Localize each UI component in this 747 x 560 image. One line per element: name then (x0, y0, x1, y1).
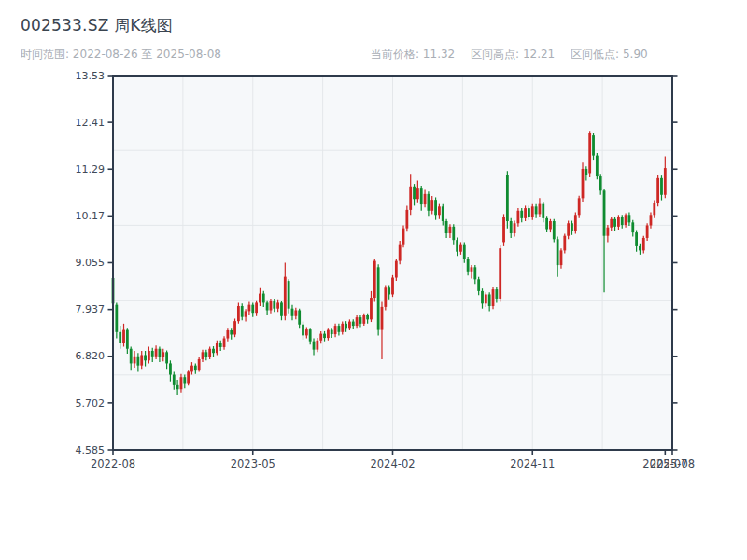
candle-body (520, 211, 523, 218)
candle-body (477, 279, 480, 291)
candle-body (259, 294, 261, 303)
candle-body (399, 245, 402, 261)
candle-body (560, 250, 563, 265)
y-axis-label: 10.17 (76, 210, 106, 222)
candle-body (245, 311, 247, 316)
y-axis-label: 6.820 (76, 350, 106, 362)
candle-body (291, 309, 294, 316)
candle-body (492, 289, 495, 306)
candle (553, 219, 556, 243)
candle-body (122, 330, 125, 343)
candle-body (599, 176, 602, 190)
candle-body (144, 355, 147, 360)
candle-body (115, 305, 118, 332)
candle-body (331, 330, 333, 334)
candle-body (309, 329, 312, 342)
candle-body (660, 178, 663, 195)
candle-body (345, 324, 347, 328)
candle-body (140, 355, 143, 365)
x-axis-label: 2024-11 (510, 457, 555, 470)
candle-body (327, 330, 330, 339)
candle-body (514, 223, 516, 233)
candle-body (542, 204, 544, 218)
candle (596, 153, 599, 179)
candle (502, 214, 505, 246)
candle-body (416, 188, 419, 199)
candle (492, 287, 495, 309)
candle-body (202, 352, 204, 359)
candle-body (438, 206, 441, 215)
kline-chart: 13.5312.4111.2910.179.0557.9376.8205.702… (0, 0, 747, 560)
candle-body (381, 307, 384, 330)
candle (588, 131, 591, 177)
candle-body (506, 175, 509, 221)
candle-body (449, 227, 452, 233)
x-axis-label: 2024-02 (370, 457, 415, 470)
candle-body (625, 215, 627, 225)
candle-body (495, 289, 498, 299)
candle-body (377, 267, 380, 329)
candle-body (134, 357, 136, 364)
candle-body (563, 236, 566, 251)
candle-body (223, 339, 226, 347)
candle-body (578, 198, 581, 215)
candle-body (323, 334, 326, 338)
candle-body (409, 187, 412, 210)
candle-body (298, 310, 301, 324)
y-axis-label: 9.055 (76, 257, 106, 269)
candle-body (233, 321, 236, 334)
y-axis-label: 5.702 (76, 398, 106, 410)
candle-body (488, 294, 491, 306)
candle-body (510, 221, 513, 233)
y-axis-label: 13.53 (76, 70, 106, 82)
candle-body (384, 287, 387, 307)
candle-body (567, 223, 570, 235)
candle (288, 279, 290, 313)
candle-body (190, 366, 193, 372)
candle-body (502, 217, 505, 243)
candle-body (603, 190, 606, 235)
candle (574, 213, 577, 234)
candle-body (539, 204, 542, 215)
candle (506, 171, 509, 228)
candle (391, 275, 394, 297)
candle-body (545, 218, 548, 230)
candle (233, 318, 236, 337)
candle-body (262, 294, 265, 303)
candle-body (467, 259, 470, 272)
candle-body (402, 229, 405, 245)
candle-body (119, 332, 121, 343)
candle-body (452, 227, 455, 240)
candle-body (251, 305, 254, 314)
candle-body (524, 208, 527, 218)
candle-body (557, 239, 559, 265)
x-axis-label: 2025-08 (650, 457, 695, 470)
candle-body (427, 194, 430, 211)
y-axis-label: 11.29 (76, 163, 106, 175)
candle-body (516, 211, 519, 223)
candle-body (481, 291, 484, 303)
candle-body (639, 246, 641, 250)
candle-body (574, 215, 577, 231)
candle-body (585, 169, 587, 175)
candle (563, 233, 566, 253)
candle-body (471, 267, 473, 271)
candle-body (366, 315, 369, 319)
candle-body (165, 352, 168, 363)
candle (578, 196, 581, 218)
candle-body (395, 261, 398, 278)
candle-body (212, 349, 215, 353)
candle-body (370, 298, 373, 319)
candle-body (198, 359, 201, 370)
candle-body (273, 301, 275, 309)
candle-body (434, 200, 437, 215)
candle-body (151, 351, 154, 357)
candle-body (646, 225, 649, 237)
candle-body (656, 178, 659, 203)
candle-body (359, 317, 362, 324)
candle-body (338, 326, 341, 332)
candle (377, 264, 380, 335)
stock-chart-page: 002533.SZ 周K线图 时间范围: 2022-08-26 至 2025-0… (0, 0, 747, 560)
candle-body (459, 245, 462, 252)
candle-body (208, 349, 211, 357)
